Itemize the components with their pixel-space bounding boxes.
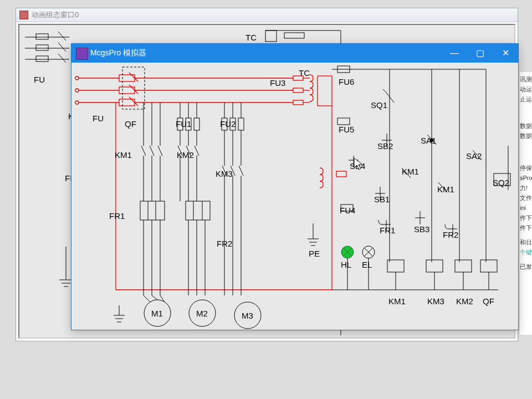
side-l5: 数据: [520, 131, 532, 141]
label-fr1c: FR1: [380, 226, 395, 235]
svg-point-18: [75, 89, 79, 92]
label-sq2: SQ2: [493, 178, 509, 187]
label-km2: KM2: [177, 150, 194, 160]
bg-label-tc: TC: [245, 33, 257, 42]
simulator-canvas: FU QF FU1 FU2 FU3 TC KM1 KM2 KM3 FR1 FR2…: [71, 63, 518, 330]
side-l14: 个键: [520, 247, 532, 257]
label-fu3: FU3: [270, 78, 285, 88]
label-km1c-b: KM1: [437, 185, 454, 194]
svg-line-68: [144, 295, 150, 302]
label-fu5: FU5: [339, 125, 354, 134]
label-km3-coil: KM3: [427, 296, 444, 306]
editor-titlebar: 动画组态窗口0: [16, 8, 518, 22]
label-sb1: SB1: [374, 195, 390, 204]
label-fu6: FU6: [339, 77, 354, 86]
svg-line-55: [141, 146, 146, 156]
svg-rect-40: [293, 100, 303, 105]
simulator-window: McgsPro 模拟器 — ▢ ✕: [71, 43, 519, 330]
svg-rect-51: [336, 171, 346, 177]
svg-rect-10: [284, 33, 304, 38]
label-m1: M1: [151, 309, 163, 318]
label-hl: HL: [341, 260, 351, 269]
label-km1-coil: KM1: [388, 296, 406, 306]
editor-app-icon: [19, 11, 28, 19]
svg-line-82: [195, 146, 199, 156]
svg-rect-61: [140, 201, 165, 220]
label-fr2c: FR2: [443, 230, 458, 239]
maximize-button[interactable]: ▢: [467, 44, 493, 63]
label-km3: KM3: [216, 169, 233, 178]
power-drops: [114, 103, 319, 329]
side-l4: 数据: [520, 121, 532, 131]
label-fr1: FR1: [109, 211, 125, 221]
minimize-button[interactable]: —: [442, 44, 467, 63]
label-km1c-a: KM1: [402, 167, 419, 176]
svg-rect-39: [293, 88, 303, 93]
label-tc: TC: [299, 68, 310, 78]
svg-rect-76: [194, 118, 200, 130]
label-fu1: FU1: [176, 119, 191, 129]
side-l6: 停保: [520, 163, 532, 173]
label-m3: M3: [242, 311, 253, 320]
label-sa1: SA1: [421, 136, 436, 145]
svg-line-57: [158, 146, 162, 156]
label-fu4: FU4: [340, 206, 355, 215]
label-fu: FU: [93, 114, 104, 123]
svg-rect-158: [480, 260, 497, 272]
side-l7: sPro: [520, 173, 532, 183]
label-pe: PE: [309, 249, 320, 258]
side-l15: 已发送: [520, 262, 532, 272]
svg-line-8: [58, 54, 66, 63]
label-sb2: SB2: [377, 141, 393, 151]
svg-line-128: [386, 93, 394, 103]
svg-line-6: [58, 32, 66, 40]
label-fu2: FU2: [220, 119, 236, 129]
label-sq1: SQ1: [371, 100, 387, 110]
simulator-app-icon: [76, 48, 88, 60]
label-el: EL: [362, 260, 372, 269]
bg-label-fu: FU: [34, 75, 45, 84]
label-qf: QF: [125, 119, 136, 129]
label-m2: M2: [196, 309, 208, 318]
svg-line-31: [129, 97, 138, 106]
side-log-panel: 讯测 动运 止运 数据 数据 停保 sPro 力! 文件 ini 件下载 件下载…: [520, 72, 532, 335]
label-sb3: SB3: [414, 224, 429, 234]
svg-rect-86: [186, 201, 210, 220]
side-l1: 讯测: [520, 74, 532, 84]
label-km2-coil: KM2: [456, 296, 473, 306]
control-circuit: [332, 66, 510, 290]
svg-rect-98: [238, 118, 244, 130]
svg-rect-129: [337, 118, 350, 125]
side-l2: 动运: [520, 84, 532, 94]
side-l10: ini: [520, 203, 532, 213]
svg-rect-156: [426, 260, 443, 272]
svg-rect-157: [455, 260, 472, 272]
label-fr2: FR2: [217, 239, 232, 248]
simulator-titlebar[interactable]: McgsPro 模拟器 — ▢ ✕: [71, 44, 518, 63]
editor-title: 动画组态窗口0: [32, 10, 79, 20]
svg-line-29: [129, 73, 138, 81]
svg-rect-9: [265, 30, 277, 42]
svg-rect-4: [36, 45, 48, 50]
label-sa2: SA2: [466, 151, 482, 161]
side-l8: 力!: [520, 183, 532, 193]
side-l13: 和日: [520, 237, 532, 247]
label-km1: KM1: [115, 150, 132, 160]
svg-line-104: [239, 166, 243, 176]
side-l9: 文件: [520, 193, 532, 203]
label-qf-coil: QF: [483, 296, 494, 306]
three-phase-lines: [75, 73, 346, 290]
simulator-title: McgsPro 模拟器: [90, 48, 146, 58]
svg-point-19: [75, 101, 79, 104]
svg-line-56: [150, 146, 154, 156]
svg-rect-5: [36, 56, 48, 62]
svg-line-69: [152, 295, 157, 300]
close-button[interactable]: ✕: [493, 44, 518, 63]
side-l3: 止运: [520, 94, 532, 104]
side-l11: 件下载: [520, 213, 532, 223]
svg-line-30: [129, 85, 138, 94]
svg-rect-3: [36, 34, 48, 39]
svg-point-17: [75, 76, 79, 80]
circuit-diagram: FU QF FU1 FU2 FU3 TC KM1 KM2 KM3 FR1 FR2…: [71, 63, 518, 330]
svg-line-7: [58, 43, 66, 52]
